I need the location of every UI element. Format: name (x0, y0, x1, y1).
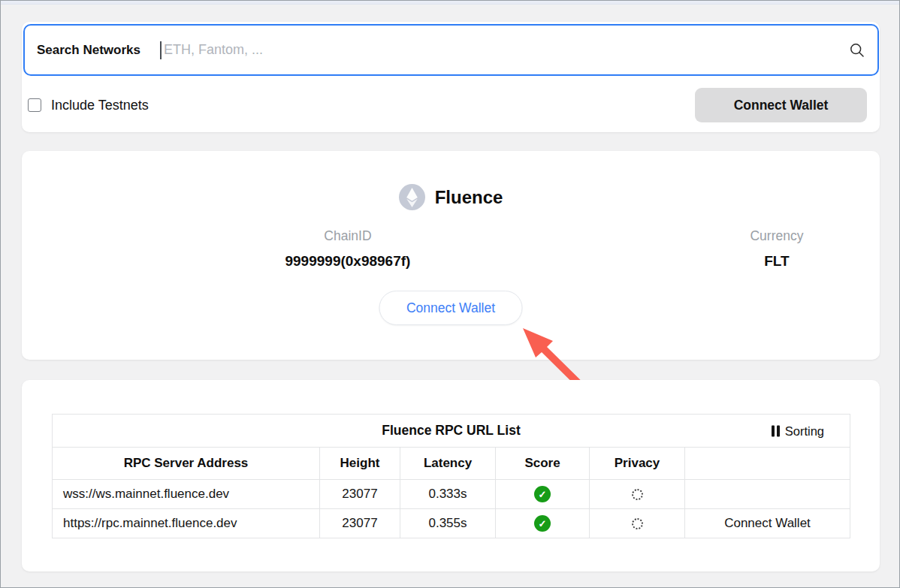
col-height: Height (320, 448, 400, 480)
dashed-circle-icon (632, 518, 643, 529)
col-latency: Latency (400, 448, 496, 480)
chain-id-value: 9999999(0x98967f) (22, 253, 674, 270)
currency-value: FLT (674, 253, 880, 270)
table-row: wss://ws.mainnet.fluence.dev 23077 0.333… (53, 480, 850, 509)
connect-wallet-button[interactable]: Connect Wallet (695, 88, 867, 122)
chain-id-label: ChainID (22, 228, 674, 244)
col-rpc-server-address: RPC Server Address (53, 448, 320, 480)
search-card: Search Networks ETH, Fantom, ... Include… (22, 22, 880, 132)
chainlist-page: Search Networks ETH, Fantom, ... Include… (0, 0, 900, 588)
ethereum-diamond-icon (399, 184, 425, 210)
green-check-icon: ✓ (534, 515, 551, 532)
row-connect-wallet-button[interactable]: Connect Wallet (685, 509, 850, 538)
table-title-row: Fluence RPC URL List Sorting (53, 415, 850, 448)
dashed-circle-icon (632, 489, 643, 500)
rpc-list-card: Fluence RPC URL List Sorting RPC Server … (22, 380, 880, 571)
network-card: Fluence ChainID 9999999(0x98967f) Curren… (22, 151, 880, 360)
col-score: Score (496, 448, 590, 480)
rpc-address: https://rpc.mainnet.fluence.dev (53, 509, 320, 538)
col-privacy: Privacy (590, 448, 685, 480)
currency-block: Currency FLT (674, 228, 880, 270)
rpc-score-cell: ✓ (496, 480, 590, 509)
include-testnets-label[interactable]: Include Testnets (51, 98, 149, 113)
rpc-latency: 0.355s (400, 509, 496, 538)
rpc-address: wss://ws.mainnet.fluence.dev (53, 480, 320, 509)
table-row: https://rpc.mainnet.fluence.dev 23077 0.… (53, 509, 850, 538)
sorting-label: Sorting (785, 424, 824, 438)
pause-icon (772, 425, 780, 436)
sorting-control[interactable]: Sorting (772, 424, 824, 438)
currency-label: Currency (674, 228, 880, 244)
rpc-privacy-cell (590, 509, 685, 538)
rpc-privacy-cell (590, 480, 685, 509)
network-header: Fluence (22, 184, 880, 210)
search-input[interactable]: Search Networks ETH, Fantom, ... (23, 24, 879, 76)
text-caret (160, 41, 162, 59)
include-testnets-checkbox[interactable] (28, 98, 41, 112)
window-top-strip (1, 1, 899, 5)
table-header-row: RPC Server Address Height Latency Score … (53, 448, 850, 480)
network-info-row: ChainID 9999999(0x98967f) Currency FLT (22, 228, 880, 270)
search-label: Search Networks (37, 43, 140, 58)
search-icon[interactable] (849, 42, 865, 59)
rpc-height: 23077 (320, 480, 400, 509)
rpc-latency: 0.333s (400, 480, 496, 509)
network-name: Fluence (435, 187, 503, 208)
rpc-table: Fluence RPC URL List Sorting RPC Server … (52, 414, 850, 538)
search-placeholder: ETH, Fantom, ... (164, 42, 849, 58)
rpc-height: 23077 (320, 509, 400, 538)
chain-id-block: ChainID 9999999(0x98967f) (22, 228, 674, 270)
col-action (685, 448, 850, 480)
rpc-action-cell (685, 480, 850, 509)
table-title: Fluence RPC URL List (53, 423, 850, 439)
rpc-score-cell: ✓ (496, 509, 590, 538)
green-check-icon: ✓ (534, 486, 551, 502)
